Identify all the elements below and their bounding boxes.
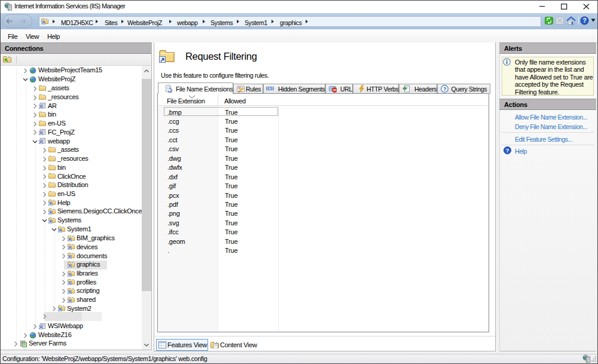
- svg-text:?: ?: [443, 86, 446, 92]
- svg-text:?: ?: [582, 17, 586, 24]
- svg-text:?: ?: [506, 148, 509, 154]
